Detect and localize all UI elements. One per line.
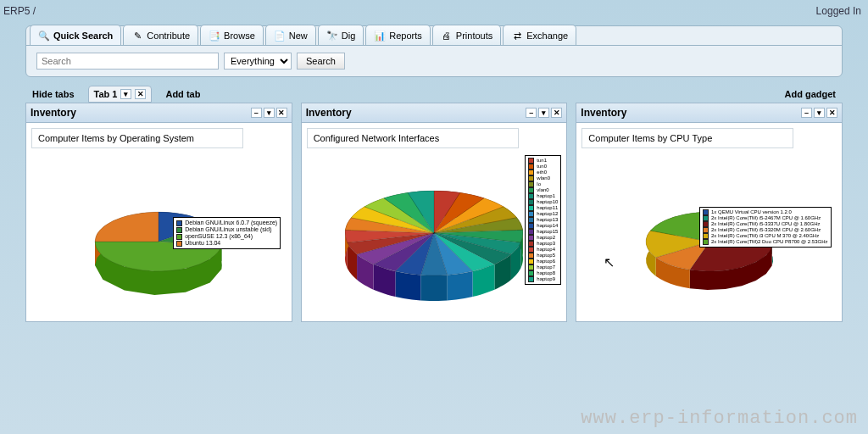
gadget-inventory-net: Inventory – ▾ ✕ Configured Network Inter… [301, 103, 568, 322]
gadget-subtitle: Computer Items by Operating System [31, 128, 243, 148]
add-gadget-button[interactable]: Add gadget [778, 86, 843, 103]
close-icon[interactable]: ✕ [826, 108, 837, 118]
chart-legend: Debian GNU/Linux 6.0.7 (squeeze)Debian G… [173, 217, 281, 249]
watermark: www.erp-information.com [581, 408, 858, 429]
browse-icon: 📑 [209, 30, 220, 42]
close-icon[interactable]: ✕ [135, 89, 146, 99]
contribute-icon: ✎ [131, 30, 143, 42]
tab-new[interactable]: 📄 New [265, 25, 316, 45]
gadget-title: Inventory [306, 107, 352, 119]
tab-reports[interactable]: 📊 Reports [365, 25, 431, 45]
search-icon: 🔍 [38, 30, 50, 42]
tab-label: Browse [224, 31, 255, 41]
search-scope-select[interactable]: Everything [224, 53, 292, 70]
minimize-icon[interactable]: – [251, 108, 262, 118]
options-icon[interactable]: ▾ [264, 108, 275, 118]
tab-label: New [289, 31, 308, 41]
hide-tabs-button[interactable]: Hide tabs [25, 86, 81, 103]
tab-label: Dig [342, 31, 356, 41]
tab-label: Reports [389, 31, 422, 41]
nav-panel: 🔍 Quick Search ✎ Contribute 📑 Browse 📄 N… [25, 25, 843, 77]
pie-chart-net [341, 157, 527, 318]
tab-browse[interactable]: 📑 Browse [200, 25, 264, 45]
gadget-subtitle: Computer Items by CPU Type [581, 128, 793, 148]
gadget-subtitle: Configured Network Interfaces [307, 128, 519, 148]
tab-label: Contribute [147, 31, 190, 41]
tab-exchange[interactable]: ⇄ Exchange [503, 25, 576, 45]
gadget-row: Inventory – ▾ ✕ Computer Items by Operat… [25, 103, 843, 322]
tab-dig[interactable]: 🔭 Dig [318, 25, 364, 45]
minimize-icon[interactable]: – [801, 108, 812, 118]
gadget-title: Inventory [31, 107, 76, 119]
dig-icon: 🔭 [326, 30, 338, 42]
gadget-inventory-os: Inventory – ▾ ✕ Computer Items by Operat… [25, 103, 292, 322]
tab-contribute[interactable]: ✎ Contribute [123, 25, 198, 45]
search-input[interactable] [36, 53, 219, 70]
options-icon[interactable]: ▾ [538, 108, 549, 118]
close-icon[interactable]: ✕ [551, 108, 562, 118]
print-icon: 🖨 [441, 30, 453, 42]
login-status: Logged In [816, 5, 861, 17]
exchange-icon: ⇄ [511, 30, 523, 42]
new-icon: 📄 [274, 30, 286, 42]
chevron-down-icon[interactable]: ▾ [120, 89, 131, 99]
reports-icon: 📊 [374, 30, 386, 42]
options-icon[interactable]: ▾ [814, 108, 825, 118]
tab-label: Quick Search [53, 31, 113, 41]
gadget-title: Inventory [581, 107, 626, 119]
chart-legend: tun1tun0eth0wlan0lovlan0haptop1haptop10h… [525, 155, 561, 285]
tab-chip-label: Tab 1 [94, 89, 118, 99]
minimize-icon[interactable]: – [526, 108, 537, 118]
chart-legend: 1x QEMU Virtual CPU version 1.2.02x Inte… [699, 207, 831, 248]
close-icon[interactable]: ✕ [276, 108, 287, 118]
tab-label: Exchange [526, 31, 568, 41]
tab-chip-1[interactable]: Tab 1 ▾ ✕ [88, 86, 153, 103]
search-button[interactable]: Search [297, 53, 345, 70]
breadcrumb[interactable]: ERP5 / [3, 5, 36, 17]
add-tab-button[interactable]: Add tab [159, 86, 207, 103]
tab-quick-search[interactable]: 🔍 Quick Search [30, 25, 121, 45]
tab-printouts[interactable]: 🖨 Printouts [432, 25, 501, 45]
gadget-inventory-cpu: Inventory – ▾ ✕ Computer Items by CPU Ty… [576, 103, 843, 322]
tab-label: Printouts [456, 31, 492, 41]
